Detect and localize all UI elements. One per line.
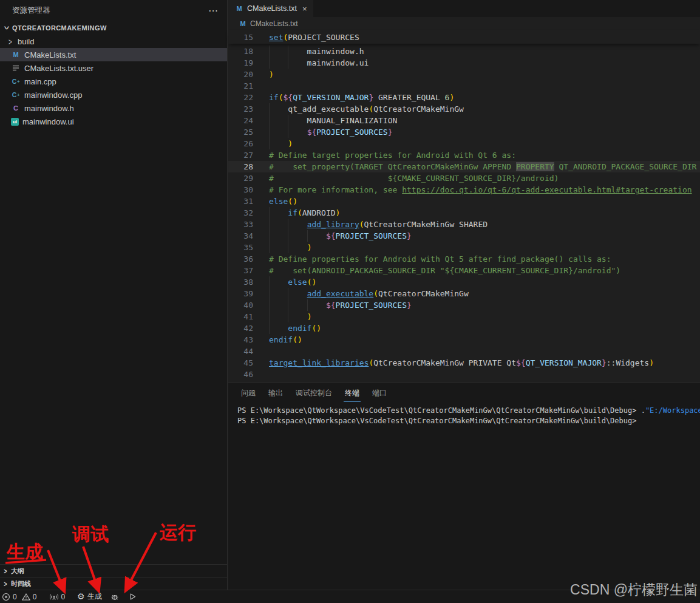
code-text: endif() — [269, 334, 302, 346]
code-line-19[interactable]: 19 mainwindow.ui — [228, 57, 700, 69]
indent-guide — [269, 219, 270, 230]
code-line-20[interactable]: 20) — [228, 69, 700, 80]
code-line-40[interactable]: 40 ${PROJECT_SOURCES} — [228, 299, 700, 311]
panel-tab-输出[interactable]: 输出 — [267, 384, 284, 401]
panel-tab-bar: 问题输出调试控制台终端端口 — [228, 383, 700, 403]
line-number: 36 — [228, 253, 253, 265]
code-line-37[interactable]: 37# set(ANDROID_PACKAGE_SOURCE_DIR "${CM… — [228, 265, 700, 276]
line-number: 39 — [228, 288, 253, 299]
indent-guide — [269, 311, 270, 322]
code-line-39[interactable]: 39 add_executable(QtCreatorCMakeMinGw — [228, 288, 700, 299]
code-line-38[interactable]: 38 else() — [228, 276, 700, 288]
code-line-43[interactable]: 43endif() — [228, 334, 700, 346]
indent-guide — [269, 103, 270, 115]
status-item-radio-tower[interactable]: 0 — [50, 590, 65, 603]
code-line-18[interactable]: 18 mainwindow.h — [228, 46, 700, 57]
code-text: if(ANDROID) — [269, 207, 340, 219]
code-line-25[interactable]: 25 ${PROJECT_SOURCES} — [228, 126, 700, 138]
line-number: 44 — [228, 346, 253, 357]
code-line-46[interactable]: 46 — [228, 369, 700, 380]
file-name: CMakeLists.txt — [24, 50, 76, 60]
status-item-label: 0 — [33, 593, 37, 601]
code-line-32[interactable]: 32 if(ANDROID) — [228, 207, 700, 219]
code-line-24[interactable]: 24 MANUAL_FINALIZATION — [228, 115, 700, 126]
indent-guide — [269, 115, 270, 126]
annotation-build-label: 生成 — [7, 540, 43, 565]
line-number: 20 — [228, 69, 253, 80]
outline-section[interactable]: > 大纲 — [0, 564, 227, 577]
indent-guide — [288, 57, 288, 69]
code-line-44[interactable]: 44 — [228, 346, 700, 357]
line-number: 23 — [228, 103, 253, 115]
terminal-output[interactable]: PS E:\Workspace\QtWorkspace\VsCodeTest\Q… — [228, 403, 700, 426]
gear-icon: ⚙ — [77, 592, 85, 601]
indent-guide — [269, 276, 270, 288]
status-item-cmake-build[interactable]: ⚙生成 — [77, 590, 102, 603]
close-icon[interactable]: × — [302, 4, 307, 13]
vscode-window: 资源管理器 ⋯ >QTCREATORCMAKEMINGW>buildMCMake… — [0, 0, 700, 603]
code-line-33[interactable]: 33 add_library(QtCreatorCMakeMinGw SHARE… — [228, 219, 700, 230]
code-line-45[interactable]: 45target_link_libraries(QtCreatorCMakeMi… — [228, 357, 700, 369]
code-text: set(PROJECT_SOURCES — [269, 32, 359, 43]
code-line-41[interactable]: 41 ) — [228, 311, 700, 322]
code-line-26[interactable]: 26 ) — [228, 138, 700, 149]
status-item-warnings[interactable]: 0 — [22, 590, 37, 603]
tree-root-item[interactable]: >QTCREATORCMAKEMINGW — [0, 21, 227, 35]
status-item-label: 0 — [13, 593, 17, 601]
code-line-28[interactable]: 28# set_property(TARGET QtCreatorCMakeMi… — [228, 161, 700, 172]
warning-icon — [22, 593, 30, 601]
panel-tab-端口[interactable]: 端口 — [371, 384, 388, 401]
timeline-section[interactable]: > 时间线 — [0, 577, 227, 590]
code-line-30[interactable]: 30# For more information, see https://do… — [228, 184, 700, 196]
indent-guide — [288, 115, 288, 126]
code-text: # set(ANDROID_PACKAGE_SOURCE_DIR "${CMAK… — [269, 265, 620, 276]
panel-tab-调试控制台[interactable]: 调试控制台 — [294, 384, 333, 401]
line-number: 41 — [228, 311, 253, 322]
status-item-cmake-debug[interactable] — [110, 590, 119, 603]
file-name: build — [18, 37, 34, 46]
panel-tab-终端[interactable]: 终端 — [344, 384, 361, 402]
file-name: main.cpp — [24, 77, 56, 86]
code-editor[interactable]: 18 mainwindow.h19 mainwindow.ui20)2122if… — [228, 44, 700, 383]
breadcrumb-file: CMakeLists.txt — [250, 19, 298, 28]
indent-guide — [269, 46, 270, 57]
code-line-29[interactable]: 29# ${CMAKE_CURRENT_SOURCE_DIR}/android) — [228, 172, 700, 184]
file-item-cmakelists-txt-user[interactable]: CMakeLists.txt.user — [0, 61, 227, 75]
indent-guide — [269, 299, 270, 311]
code-line-21[interactable]: 21 — [228, 80, 700, 92]
sticky-scroll-line[interactable]: 15set(PROJECT_SOURCES — [228, 30, 700, 44]
breadcrumb[interactable]: M CMakeLists.txt — [228, 17, 700, 30]
code-line-23[interactable]: 23 qt_add_executable(QtCreatorCMakeMinGw — [228, 103, 700, 115]
chevron-right-icon: > — [1, 579, 10, 588]
file-item-build[interactable]: >build — [0, 35, 227, 48]
panel-tab-问题[interactable]: 问题 — [240, 384, 257, 401]
code-line-27[interactable]: 27# Define target properties for Android… — [228, 149, 700, 161]
h-icon: C — [11, 103, 21, 113]
status-item-errors[interactable]: 0 — [2, 590, 17, 603]
file-item-cmakelists-txt[interactable]: MCMakeLists.txt — [0, 48, 227, 61]
file-item-mainwindow-ui[interactable]: uimainwindow.ui — [0, 115, 227, 128]
line-number: 21 — [228, 80, 253, 92]
watermark: CSDN @柠檬野生菌 — [570, 581, 698, 599]
code-line-22[interactable]: 22if(${QT_VERSION_MAJOR} GREATER_EQUAL 6… — [228, 92, 700, 103]
code-line-34[interactable]: 34 ${PROJECT_SOURCES} — [228, 230, 700, 242]
line-number: 26 — [228, 138, 253, 149]
status-item-cmake-run[interactable] — [129, 590, 137, 603]
tab-title: CMakeLists.txt — [247, 4, 297, 13]
file-item-mainwindow-cpp[interactable]: C+mainwindow.cpp — [0, 88, 227, 101]
code-text: mainwindow.ui — [269, 57, 369, 69]
sticky-code-line[interactable]: 15set(PROJECT_SOURCES — [228, 32, 359, 43]
code-line-31[interactable]: 31else() — [228, 196, 700, 207]
file-item-mainwindow-h[interactable]: Cmainwindow.h — [0, 101, 227, 115]
indent-guide — [269, 126, 270, 138]
code-text: ${PROJECT_SOURCES} — [269, 230, 412, 242]
file-item-main-cpp[interactable]: C+main.cpp — [0, 75, 227, 88]
explorer-title: 资源管理器 — [12, 5, 50, 16]
code-line-42[interactable]: 42 endif() — [228, 322, 700, 334]
code-line-35[interactable]: 35 ) — [228, 242, 700, 253]
tab-cmakelists[interactable]: M CMakeLists.txt × — [228, 0, 313, 17]
code-line-36[interactable]: 36# Define properties for Android with Q… — [228, 253, 700, 265]
more-actions-icon[interactable]: ⋯ — [208, 5, 219, 16]
explorer-header: 资源管理器 ⋯ — [0, 0, 227, 21]
code-text: ) — [269, 69, 274, 80]
